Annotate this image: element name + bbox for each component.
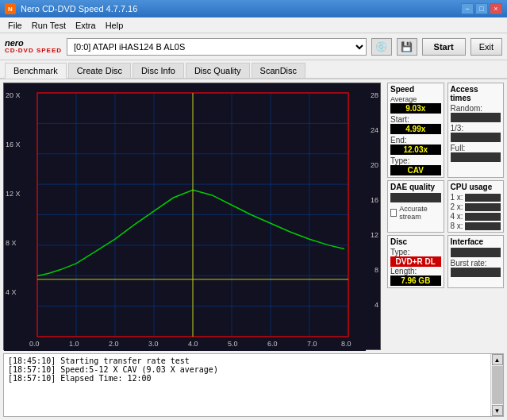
y-right-8: 8 bbox=[374, 266, 378, 274]
y-label-12x: 12 X bbox=[6, 190, 21, 198]
window-controls: − □ × bbox=[461, 3, 502, 14]
full-label: Full: bbox=[451, 144, 501, 152]
tab-bar: Benchmark Create Disc Disc Info Disc Qua… bbox=[0, 60, 507, 79]
cpu-2x-value bbox=[465, 203, 501, 211]
y-right-20: 20 bbox=[371, 161, 378, 169]
speed-chart bbox=[4, 83, 366, 351]
tab-disc-quality[interactable]: Disc Quality bbox=[186, 63, 250, 78]
disc-title: Disc bbox=[390, 237, 441, 246]
right-panel: Speed Average 9.03x Start: 4.99x End: 12… bbox=[384, 79, 507, 353]
cpu-8x-label: 8 x: bbox=[451, 222, 463, 230]
cpu-8x-value bbox=[465, 222, 501, 230]
close-button[interactable]: × bbox=[490, 3, 502, 14]
disc-type-value: DVD+R DL bbox=[390, 256, 441, 267]
y-label-4x: 4 X bbox=[6, 288, 17, 296]
x-label-5: 5.0 bbox=[228, 340, 238, 348]
cpu-1x-value bbox=[465, 194, 501, 202]
log-line-3: [18:57:10] Elapsed Time: 12:00 bbox=[8, 374, 486, 383]
nero-logo: nero CD·DVD SPEED bbox=[5, 39, 62, 54]
scroll-up-button[interactable]: ▲ bbox=[492, 354, 503, 365]
save-icon-button[interactable]: 💾 bbox=[397, 38, 417, 56]
title-bar: N Nero CD-DVD Speed 4.7.7.16 − □ × bbox=[0, 0, 507, 17]
random-label: Random: bbox=[451, 104, 501, 113]
y-right-16: 16 bbox=[371, 196, 378, 204]
log-content: [18:45:10] Starting transfer rate test [… bbox=[4, 354, 490, 416]
menu-file[interactable]: File bbox=[3, 19, 27, 32]
tab-disc-info[interactable]: Disc Info bbox=[133, 63, 184, 78]
y-label-16x: 16 X bbox=[6, 141, 21, 148]
disc-type-label: Type: bbox=[390, 248, 441, 256]
y-right-4: 4 bbox=[374, 301, 378, 309]
cpu-1x-label: 1 x: bbox=[451, 193, 463, 202]
drive-select[interactable]: [0:0] ATAPI iHAS124 B AL0S bbox=[67, 38, 367, 56]
disc-length-label: Length: bbox=[390, 267, 441, 276]
accurate-stream-label: Accurate stream bbox=[399, 205, 440, 221]
tab-create-disc[interactable]: Create Disc bbox=[68, 63, 131, 78]
scroll-thumb bbox=[492, 366, 503, 404]
tab-scan-disc[interactable]: ScanDisc bbox=[252, 63, 305, 78]
cpu-title: CPU usage bbox=[451, 183, 501, 191]
x-label-6: 6.0 bbox=[267, 340, 278, 348]
start-label: Start: bbox=[390, 115, 409, 124]
random-value bbox=[451, 113, 501, 122]
tab-benchmark[interactable]: Benchmark bbox=[5, 63, 67, 79]
toolbar: nero CD·DVD SPEED [0:0] ATAPI iHAS124 B … bbox=[0, 33, 507, 60]
cpu-4x-label: 4 x: bbox=[451, 212, 463, 221]
main-content: 20 X 16 X 12 X 8 X 4 X 28 24 20 16 12 8 … bbox=[0, 79, 507, 353]
menu-help[interactable]: Help bbox=[101, 19, 129, 32]
y-label-20x: 20 X bbox=[6, 91, 21, 99]
average-label: Average bbox=[390, 95, 441, 103]
menu-extra[interactable]: Extra bbox=[71, 19, 101, 32]
interface-title: Interface bbox=[451, 237, 501, 246]
maximize-button[interactable]: □ bbox=[475, 3, 488, 14]
dae-value bbox=[390, 193, 441, 202]
accurate-stream-checkbox[interactable] bbox=[390, 209, 397, 217]
type-label: Type: bbox=[390, 156, 409, 165]
x-label-2: 2.0 bbox=[109, 340, 119, 348]
disc-length-value: 7.96 GB bbox=[390, 276, 441, 286]
x-label-3: 3.0 bbox=[148, 340, 159, 348]
app-icon: N bbox=[5, 3, 16, 14]
average-value: 9.03x bbox=[390, 103, 441, 114]
y-right-28: 28 bbox=[371, 91, 378, 99]
y-right-12: 12 bbox=[371, 231, 378, 239]
cpu-2x-label: 2 x: bbox=[451, 202, 463, 211]
interface-value bbox=[451, 248, 501, 257]
y-label-8x: 8 X bbox=[6, 239, 17, 247]
log-scrollbar: ▲ ▼ bbox=[490, 354, 503, 416]
log-line-1: [18:45:10] Starting transfer rate test bbox=[8, 356, 486, 365]
log-area: [18:45:10] Starting transfer rate test [… bbox=[3, 353, 504, 417]
menu-bar: File Run Test Extra Help bbox=[0, 17, 507, 33]
third-label: 1/3: bbox=[451, 124, 501, 133]
dae-title: DAE quality bbox=[390, 183, 441, 191]
end-value: 12.03x bbox=[390, 144, 441, 155]
chart-area: 20 X 16 X 12 X 8 X 4 X 28 24 20 16 12 8 … bbox=[3, 83, 381, 350]
cpu-4x-value bbox=[465, 213, 501, 221]
start-value: 4.99x bbox=[390, 124, 441, 134]
x-label-8: 8.0 bbox=[341, 340, 351, 348]
window-title: Nero CD-DVD Speed 4.7.7.16 bbox=[21, 4, 137, 13]
full-value bbox=[451, 152, 501, 162]
eject-icon-button[interactable]: 💿 bbox=[371, 38, 392, 56]
nero-logo-bottom: CD·DVD SPEED bbox=[5, 48, 62, 54]
log-line-2: [18:57:10] Speed:5-12 X CAV (9.03 X aver… bbox=[8, 365, 486, 374]
third-value bbox=[451, 133, 501, 142]
access-times-title: Access times bbox=[451, 85, 501, 102]
start-button[interactable]: Start bbox=[422, 38, 466, 56]
speed-title: Speed bbox=[390, 85, 441, 94]
scroll-down-button[interactable]: ▼ bbox=[492, 405, 503, 416]
burst-rate-value bbox=[451, 268, 501, 277]
burst-rate-label: Burst rate: bbox=[451, 259, 501, 268]
y-right-24: 24 bbox=[371, 126, 378, 134]
exit-button[interactable]: Exit bbox=[471, 38, 502, 56]
x-label-4: 4.0 bbox=[188, 340, 198, 348]
minimize-button[interactable]: − bbox=[461, 3, 474, 14]
menu-run-test[interactable]: Run Test bbox=[27, 19, 71, 32]
end-label: End: bbox=[390, 136, 407, 144]
x-label-1: 1.0 bbox=[69, 340, 79, 348]
accurate-stream-row: Accurate stream bbox=[390, 205, 441, 221]
x-label-0: 0.0 bbox=[29, 340, 40, 348]
type-value: CAV bbox=[390, 165, 441, 175]
x-label-7: 7.0 bbox=[307, 340, 317, 348]
